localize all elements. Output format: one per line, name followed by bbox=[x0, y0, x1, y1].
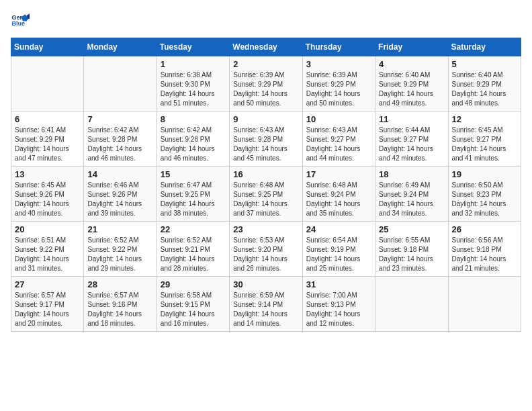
day-info: Sunrise: 6:42 AM Sunset: 9:28 PM Dayligh… bbox=[87, 126, 152, 163]
day-number: 24 bbox=[306, 224, 371, 234]
day-number: 4 bbox=[379, 59, 444, 69]
day-number: 18 bbox=[379, 169, 444, 179]
day-info: Sunrise: 6:55 AM Sunset: 9:18 PM Dayligh… bbox=[379, 236, 444, 273]
page-header: General Blue bbox=[11, 11, 521, 30]
calendar-cell: 29Sunrise: 6:58 AM Sunset: 9:15 PM Dayli… bbox=[157, 277, 229, 332]
calendar-cell: 10Sunrise: 6:43 AM Sunset: 9:27 PM Dayli… bbox=[302, 111, 375, 167]
calendar-cell: 2Sunrise: 6:39 AM Sunset: 9:29 PM Daylig… bbox=[230, 56, 302, 111]
calendar-cell: 12Sunrise: 6:45 AM Sunset: 9:27 PM Dayli… bbox=[448, 111, 521, 167]
day-of-week-header: Tuesday bbox=[157, 38, 229, 56]
day-info: Sunrise: 6:41 AM Sunset: 9:29 PM Dayligh… bbox=[15, 126, 80, 163]
day-info: Sunrise: 6:39 AM Sunset: 9:29 PM Dayligh… bbox=[233, 71, 298, 108]
day-number: 28 bbox=[87, 279, 152, 289]
day-number: 9 bbox=[233, 114, 298, 124]
day-number: 30 bbox=[233, 279, 298, 289]
day-number: 17 bbox=[306, 169, 371, 179]
day-info: Sunrise: 6:50 AM Sunset: 9:23 PM Dayligh… bbox=[452, 181, 517, 218]
calendar-cell: 24Sunrise: 6:54 AM Sunset: 9:19 PM Dayli… bbox=[302, 222, 375, 277]
svg-text:Blue: Blue bbox=[11, 20, 25, 27]
day-number: 6 bbox=[15, 114, 80, 124]
day-number: 3 bbox=[306, 59, 371, 69]
day-info: Sunrise: 6:59 AM Sunset: 9:14 PM Dayligh… bbox=[233, 291, 298, 328]
day-info: Sunrise: 6:45 AM Sunset: 9:27 PM Dayligh… bbox=[452, 126, 517, 163]
day-number: 21 bbox=[87, 224, 152, 234]
calendar-cell: 5Sunrise: 6:40 AM Sunset: 9:29 PM Daylig… bbox=[448, 56, 521, 111]
day-number: 11 bbox=[379, 114, 444, 124]
day-number: 8 bbox=[161, 114, 226, 124]
calendar-cell: 28Sunrise: 6:57 AM Sunset: 9:16 PM Dayli… bbox=[84, 277, 157, 332]
day-info: Sunrise: 6:44 AM Sunset: 9:27 PM Dayligh… bbox=[379, 126, 444, 163]
calendar-cell: 20Sunrise: 6:51 AM Sunset: 9:22 PM Dayli… bbox=[11, 222, 84, 277]
day-info: Sunrise: 6:42 AM Sunset: 9:28 PM Dayligh… bbox=[161, 126, 226, 163]
calendar-cell: 11Sunrise: 6:44 AM Sunset: 9:27 PM Dayli… bbox=[375, 111, 448, 167]
calendar-week-row: 27Sunrise: 6:57 AM Sunset: 9:17 PM Dayli… bbox=[11, 277, 521, 332]
calendar-cell: 21Sunrise: 6:52 AM Sunset: 9:22 PM Dayli… bbox=[84, 222, 157, 277]
calendar-cell: 26Sunrise: 6:56 AM Sunset: 9:18 PM Dayli… bbox=[448, 222, 521, 277]
day-number: 26 bbox=[452, 224, 517, 234]
calendar-cell: 18Sunrise: 6:49 AM Sunset: 9:24 PM Dayli… bbox=[375, 167, 448, 222]
logo: General Blue bbox=[11, 11, 30, 30]
calendar-cell bbox=[84, 56, 157, 111]
day-info: Sunrise: 6:47 AM Sunset: 9:25 PM Dayligh… bbox=[161, 181, 226, 218]
day-number: 7 bbox=[87, 114, 152, 124]
calendar-cell: 22Sunrise: 6:52 AM Sunset: 9:21 PM Dayli… bbox=[157, 222, 229, 277]
calendar-cell: 17Sunrise: 6:48 AM Sunset: 9:24 PM Dayli… bbox=[302, 167, 375, 222]
calendar-cell: 25Sunrise: 6:55 AM Sunset: 9:18 PM Dayli… bbox=[375, 222, 448, 277]
calendar-cell bbox=[375, 277, 448, 332]
day-number: 27 bbox=[15, 279, 80, 289]
day-number: 15 bbox=[161, 169, 226, 179]
day-number: 13 bbox=[15, 169, 80, 179]
day-info: Sunrise: 6:38 AM Sunset: 9:30 PM Dayligh… bbox=[161, 71, 226, 108]
day-number: 23 bbox=[233, 224, 298, 234]
calendar-cell: 31Sunrise: 7:00 AM Sunset: 9:13 PM Dayli… bbox=[302, 277, 375, 332]
calendar-cell: 1Sunrise: 6:38 AM Sunset: 9:30 PM Daylig… bbox=[157, 56, 229, 111]
day-number: 16 bbox=[233, 169, 298, 179]
calendar-header-row: SundayMondayTuesdayWednesdayThursdayFrid… bbox=[11, 38, 521, 56]
day-info: Sunrise: 6:45 AM Sunset: 9:26 PM Dayligh… bbox=[15, 181, 80, 218]
day-number: 19 bbox=[452, 169, 517, 179]
day-info: Sunrise: 6:57 AM Sunset: 9:17 PM Dayligh… bbox=[15, 291, 80, 328]
day-info: Sunrise: 6:48 AM Sunset: 9:25 PM Dayligh… bbox=[233, 181, 298, 218]
calendar-cell: 30Sunrise: 6:59 AM Sunset: 9:14 PM Dayli… bbox=[230, 277, 302, 332]
calendar-cell bbox=[11, 56, 84, 111]
day-info: Sunrise: 6:51 AM Sunset: 9:22 PM Dayligh… bbox=[15, 236, 80, 273]
day-number: 2 bbox=[233, 59, 298, 69]
day-info: Sunrise: 6:48 AM Sunset: 9:24 PM Dayligh… bbox=[306, 181, 371, 218]
day-info: Sunrise: 7:00 AM Sunset: 9:13 PM Dayligh… bbox=[306, 291, 371, 328]
calendar-table: SundayMondayTuesdayWednesdayThursdayFrid… bbox=[11, 38, 521, 332]
day-number: 14 bbox=[87, 169, 152, 179]
day-number: 22 bbox=[161, 224, 226, 234]
day-info: Sunrise: 6:56 AM Sunset: 9:18 PM Dayligh… bbox=[452, 236, 517, 273]
day-info: Sunrise: 6:40 AM Sunset: 9:29 PM Dayligh… bbox=[379, 71, 444, 108]
day-info: Sunrise: 6:52 AM Sunset: 9:21 PM Dayligh… bbox=[161, 236, 226, 273]
day-number: 25 bbox=[379, 224, 444, 234]
day-info: Sunrise: 6:40 AM Sunset: 9:29 PM Dayligh… bbox=[452, 71, 517, 108]
day-of-week-header: Monday bbox=[84, 38, 157, 56]
day-number: 10 bbox=[306, 114, 371, 124]
day-of-week-header: Friday bbox=[375, 38, 448, 56]
day-of-week-header: Wednesday bbox=[230, 38, 302, 56]
day-info: Sunrise: 6:43 AM Sunset: 9:27 PM Dayligh… bbox=[306, 126, 371, 163]
day-info: Sunrise: 6:46 AM Sunset: 9:26 PM Dayligh… bbox=[87, 181, 152, 218]
calendar-cell: 16Sunrise: 6:48 AM Sunset: 9:25 PM Dayli… bbox=[230, 167, 302, 222]
day-info: Sunrise: 6:49 AM Sunset: 9:24 PM Dayligh… bbox=[379, 181, 444, 218]
calendar-week-row: 6Sunrise: 6:41 AM Sunset: 9:29 PM Daylig… bbox=[11, 111, 521, 167]
day-of-week-header: Saturday bbox=[448, 38, 521, 56]
calendar-cell: 13Sunrise: 6:45 AM Sunset: 9:26 PM Dayli… bbox=[11, 167, 84, 222]
logo-icon: General Blue bbox=[11, 11, 30, 30]
calendar-cell: 4Sunrise: 6:40 AM Sunset: 9:29 PM Daylig… bbox=[375, 56, 448, 111]
calendar-cell: 14Sunrise: 6:46 AM Sunset: 9:26 PM Dayli… bbox=[84, 167, 157, 222]
day-number: 5 bbox=[452, 59, 517, 69]
calendar-cell: 7Sunrise: 6:42 AM Sunset: 9:28 PM Daylig… bbox=[84, 111, 157, 167]
calendar-cell: 27Sunrise: 6:57 AM Sunset: 9:17 PM Dayli… bbox=[11, 277, 84, 332]
calendar-cell: 9Sunrise: 6:43 AM Sunset: 9:28 PM Daylig… bbox=[230, 111, 302, 167]
calendar-week-row: 20Sunrise: 6:51 AM Sunset: 9:22 PM Dayli… bbox=[11, 222, 521, 277]
calendar-cell: 23Sunrise: 6:53 AM Sunset: 9:20 PM Dayli… bbox=[230, 222, 302, 277]
calendar-cell: 6Sunrise: 6:41 AM Sunset: 9:29 PM Daylig… bbox=[11, 111, 84, 167]
day-number: 12 bbox=[452, 114, 517, 124]
calendar-week-row: 13Sunrise: 6:45 AM Sunset: 9:26 PM Dayli… bbox=[11, 167, 521, 222]
calendar-cell: 8Sunrise: 6:42 AM Sunset: 9:28 PM Daylig… bbox=[157, 111, 229, 167]
day-number: 31 bbox=[306, 279, 371, 289]
day-info: Sunrise: 6:39 AM Sunset: 9:29 PM Dayligh… bbox=[306, 71, 371, 108]
calendar-cell: 15Sunrise: 6:47 AM Sunset: 9:25 PM Dayli… bbox=[157, 167, 229, 222]
